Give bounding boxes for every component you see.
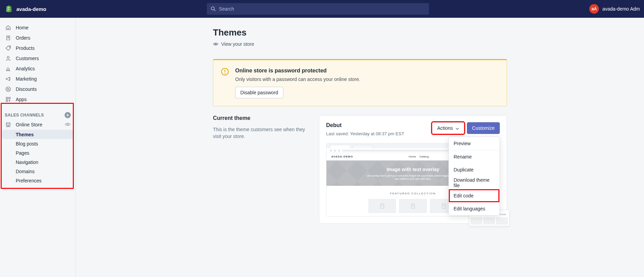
sidebar-item-label: Products bbox=[16, 45, 35, 51]
actions-menu-edit-code[interactable]: Edit code bbox=[449, 189, 499, 202]
sidebar-item-orders[interactable]: Orders bbox=[0, 33, 76, 43]
sidebar-subitem-preferences[interactable]: Preferences bbox=[0, 176, 76, 185]
disable-password-button[interactable]: Disable password bbox=[235, 87, 283, 98]
home-icon bbox=[5, 24, 12, 31]
banner-description: Only visitors with a password can access… bbox=[235, 77, 360, 82]
svg-point-6 bbox=[9, 90, 10, 91]
search-placeholder: Search bbox=[219, 6, 234, 12]
sidebar-item-label: Orders bbox=[16, 35, 30, 41]
store-icon bbox=[5, 121, 12, 128]
preview-product-placeholder bbox=[368, 199, 396, 213]
preview-nav-link: Catalog bbox=[419, 155, 429, 158]
sidebar-subitem-label: Preferences bbox=[16, 178, 41, 183]
actions-menu-rename[interactable]: Rename bbox=[449, 150, 499, 163]
sidebar-subitem-blog-posts[interactable]: Blog posts bbox=[0, 139, 76, 148]
svg-rect-7 bbox=[6, 97, 8, 99]
sidebar-item-discounts[interactable]: Discounts bbox=[0, 84, 76, 94]
add-channel-button[interactable] bbox=[65, 112, 71, 118]
actions-menu-download[interactable]: Download theme file bbox=[449, 176, 499, 189]
preview-nav-link: Home bbox=[409, 155, 416, 158]
sidebar-item-label: Online Store bbox=[16, 122, 42, 127]
actions-button[interactable]: Actions bbox=[432, 122, 464, 134]
svg-rect-9 bbox=[6, 100, 8, 102]
svg-point-2 bbox=[9, 46, 10, 47]
main-content: Themes View your store Online store is p… bbox=[76, 18, 644, 277]
current-theme-description: This is the theme customers see when the… bbox=[213, 126, 312, 140]
sidebar-subitem-themes[interactable]: Themes bbox=[2, 130, 73, 139]
apps-icon bbox=[5, 96, 12, 103]
svg-point-0 bbox=[211, 7, 214, 10]
sales-channels-label: SALES CHANNELS bbox=[5, 113, 44, 117]
preview-hero-desc: Use overlay text to give your customers … bbox=[365, 174, 461, 180]
sidebar-item-customers[interactable]: Customers bbox=[0, 53, 76, 64]
search-input[interactable]: Search bbox=[207, 3, 429, 15]
password-banner: Online store is password protected Only … bbox=[213, 59, 507, 106]
page-title: Themes bbox=[213, 27, 507, 38]
svg-point-10 bbox=[67, 123, 69, 125]
sidebar-subitem-label: Themes bbox=[16, 132, 34, 137]
svg-point-11 bbox=[215, 43, 216, 45]
theme-card: Debut Last saved: Yesterday at 08:37 pm … bbox=[319, 115, 507, 224]
user-name: avada-demo Adm bbox=[602, 6, 640, 12]
shopify-logo-icon bbox=[5, 5, 13, 13]
actions-menu-preview[interactable]: Preview bbox=[449, 137, 499, 150]
caret-down-icon bbox=[456, 125, 459, 131]
svg-point-14 bbox=[225, 73, 226, 74]
svg-rect-8 bbox=[9, 97, 11, 99]
warning-icon bbox=[221, 68, 229, 76]
topbar: avada-demo Search aA avada-demo Adm bbox=[0, 0, 644, 18]
actions-dropdown: Preview Rename Duplicate Download theme … bbox=[448, 137, 500, 216]
sidebar-subitem-navigation[interactable]: Navigation bbox=[0, 157, 76, 167]
sidebar-item-label: Analytics bbox=[16, 66, 35, 71]
theme-name: Debut bbox=[326, 122, 404, 128]
last-saved: Last saved: Yesterday at 08:37 pm EST bbox=[326, 131, 404, 136]
sidebar-subitem-label: Blog posts bbox=[16, 141, 38, 147]
preview-brand: AVADA-DEMO bbox=[331, 155, 353, 158]
sidebar-item-home[interactable]: Home bbox=[0, 23, 76, 33]
sales-channels-header: SALES CHANNELS bbox=[0, 111, 76, 120]
search-icon bbox=[210, 6, 216, 12]
analytics-icon bbox=[5, 65, 12, 72]
preview-product-placeholder bbox=[399, 199, 427, 213]
orders-icon bbox=[5, 34, 12, 41]
svg-point-5 bbox=[7, 88, 8, 89]
banner-title: Online store is password protected bbox=[235, 68, 360, 74]
sidebar-item-label: Apps bbox=[16, 97, 27, 102]
sidebar-item-online-store[interactable]: Online Store bbox=[0, 120, 76, 130]
tag-icon bbox=[5, 45, 12, 52]
sidebar-item-label: Home bbox=[16, 25, 28, 30]
section-meta: Current theme This is the theme customer… bbox=[213, 115, 312, 224]
store-name: avada-demo bbox=[16, 6, 46, 12]
sidebar-item-products[interactable]: Products bbox=[0, 43, 76, 53]
eye-icon[interactable] bbox=[65, 121, 71, 128]
svg-line-1 bbox=[214, 10, 215, 11]
sidebar-subitem-label: Navigation bbox=[16, 160, 38, 165]
search-container: Search bbox=[207, 3, 429, 15]
sidebar-item-label: Customers bbox=[16, 56, 39, 61]
sidebar-subitem-domains[interactable]: Domains bbox=[0, 167, 76, 176]
sidebar-item-apps[interactable]: Apps bbox=[0, 94, 76, 105]
sidebar-item-marketing[interactable]: Marketing bbox=[0, 74, 76, 84]
person-icon bbox=[5, 55, 12, 62]
sidebar-item-label: Marketing bbox=[16, 76, 37, 82]
sidebar-subitem-label: Domains bbox=[16, 169, 35, 174]
customize-button[interactable]: Customize bbox=[467, 122, 500, 134]
user-menu[interactable]: aA avada-demo Adm bbox=[585, 4, 644, 14]
sidebar: Home Orders Products Customers Analytics… bbox=[0, 18, 76, 277]
discount-icon bbox=[5, 86, 12, 93]
avatar: aA bbox=[589, 4, 599, 14]
eye-icon bbox=[213, 41, 218, 47]
megaphone-icon bbox=[5, 75, 12, 82]
actions-menu-duplicate[interactable]: Duplicate bbox=[449, 163, 499, 176]
sidebar-item-label: Discounts bbox=[16, 86, 37, 92]
actions-menu-edit-languages[interactable]: Edit languages bbox=[449, 202, 499, 215]
sidebar-subitem-label: Pages bbox=[16, 150, 29, 156]
sidebar-subitem-pages[interactable]: Pages bbox=[0, 148, 76, 157]
brand[interactable]: avada-demo bbox=[0, 5, 51, 13]
view-store-label: View your store bbox=[221, 41, 254, 47]
view-store-link[interactable]: View your store bbox=[213, 41, 507, 47]
current-theme-heading: Current theme bbox=[213, 115, 312, 121]
sidebar-item-analytics[interactable]: Analytics bbox=[0, 64, 76, 74]
svg-point-3 bbox=[7, 56, 9, 58]
